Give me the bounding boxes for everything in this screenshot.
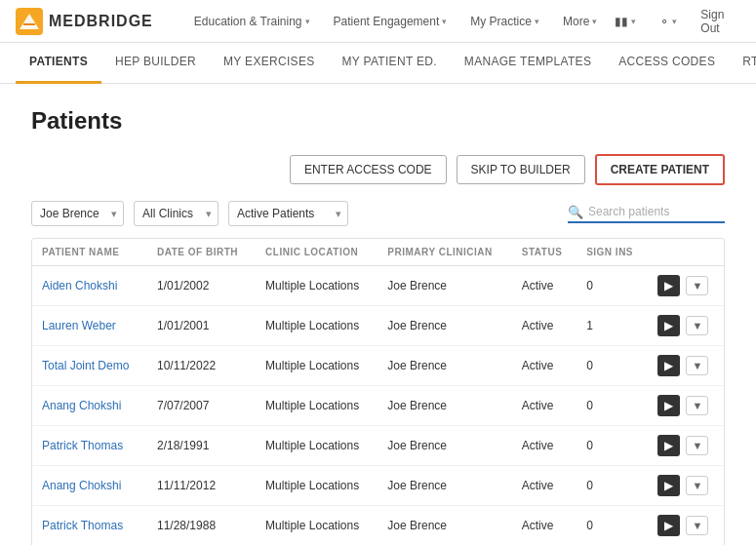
clinic-cell: Multiple Locations <box>256 386 378 426</box>
video-icon: ▮▮ <box>615 15 628 28</box>
dob-cell: 1/01/2001 <box>147 306 256 346</box>
chevron-down-icon: ▾ <box>305 17 310 26</box>
patient-name-link[interactable]: Anang Chokshi <box>42 479 121 492</box>
subnav-patients[interactable]: PATIENTS <box>16 43 101 84</box>
signins-cell: 0 <box>577 346 648 386</box>
col-clinic: CLINIC LOCATION <box>256 239 378 266</box>
clinician-filter[interactable]: Joe Brence <box>31 201 124 226</box>
clinician-cell: Joe Brence <box>378 386 511 426</box>
create-patient-button[interactable]: CREATE PATIENT <box>595 154 725 185</box>
video-call-button[interactable]: ▶ <box>657 315 680 336</box>
col-clinician: PRIMARY CLINICIAN <box>378 239 511 266</box>
skip-to-builder-button[interactable]: SKIP TO BUILDER <box>457 155 585 184</box>
patient-name-cell: Aiden Chokshi <box>32 266 147 306</box>
brand-name: MEDBRIDGE <box>49 13 153 30</box>
subnav-rtm-reporting[interactable]: RTM REPORTING <box>729 43 756 84</box>
svg-rect-2 <box>23 23 35 25</box>
search-input[interactable] <box>588 205 725 218</box>
patient-name-link[interactable]: Anang Chokshi <box>42 399 121 412</box>
signins-cell: 0 <box>577 386 648 426</box>
status-cell: Active <box>512 426 577 466</box>
actions-cell: ▶ ▼ <box>648 466 724 506</box>
actions-cell: ▶ ▼ <box>648 346 724 386</box>
enter-access-code-button[interactable]: ENTER ACCESS CODE <box>290 155 447 184</box>
status-filter[interactable]: Active Patients Inactive Patients <box>228 201 348 226</box>
nav-patient-engagement[interactable]: Patient Engagement ▾ <box>324 11 458 32</box>
subnav-access-codes[interactable]: ACCESS CODES <box>605 43 729 84</box>
chevron-down-icon: ▾ <box>672 17 677 26</box>
col-patient-name: PATIENT NAME <box>32 239 147 266</box>
patient-name-link[interactable]: Total Joint Demo <box>42 359 129 372</box>
video-call-button[interactable]: ▶ <box>657 475 680 496</box>
video-call-button[interactable]: ▶ <box>657 355 680 376</box>
logo[interactable]: MEDBRIDGE <box>16 8 153 35</box>
patients-table-container: PATIENT NAME DATE OF BIRTH CLINIC LOCATI… <box>31 238 725 545</box>
status-cell: Active <box>512 506 577 546</box>
clinic-filter[interactable]: All Clinics <box>134 201 219 226</box>
patient-name-cell: Patrick Thomas <box>32 426 147 466</box>
actions-cell: ▶ ▼ <box>648 426 724 466</box>
row-dropdown-button[interactable]: ▼ <box>686 436 708 455</box>
nav-education[interactable]: Education & Training ▾ <box>184 11 320 32</box>
status-cell: Active <box>512 306 577 346</box>
chevron-down-icon: ▾ <box>442 17 447 26</box>
clinic-filter-wrapper: All Clinics <box>134 201 219 226</box>
clinician-cell: Joe Brence <box>378 426 511 466</box>
signins-cell: 0 <box>577 426 648 466</box>
row-dropdown-button[interactable]: ▼ <box>686 396 708 415</box>
patient-name-cell: Anang Chokshi <box>32 466 147 506</box>
signins-cell: 1 <box>577 306 648 346</box>
table-row: Patrick Thomas 2/18/1991 Multiple Locati… <box>32 426 724 466</box>
patient-name-link[interactable]: Aiden Chokshi <box>42 279 117 292</box>
status-cell: Active <box>512 346 577 386</box>
actions-cell: ▶ ▼ <box>648 306 724 346</box>
sign-out-button[interactable]: Sign Out <box>693 4 740 39</box>
patient-name-cell: Patrick Thomas <box>32 506 147 546</box>
subnav-my-patient-ed[interactable]: MY PATIENT ED. <box>329 43 451 84</box>
status-filter-wrapper: Active Patients Inactive Patients <box>228 201 348 226</box>
clinician-filter-wrapper: Joe Brence <box>31 201 124 226</box>
clinic-cell: Multiple Locations <box>256 506 378 546</box>
patient-name-cell: Lauren Weber <box>32 306 147 346</box>
patient-name-link[interactable]: Lauren Weber <box>42 319 116 332</box>
dob-cell: 1/01/2002 <box>147 266 256 306</box>
status-cell: Active <box>512 466 577 506</box>
action-row: ENTER ACCESS CODE SKIP TO BUILDER CREATE… <box>31 154 725 185</box>
col-signins: SIGN INS <box>577 239 648 266</box>
nav-more[interactable]: More ▾ <box>553 11 607 32</box>
clinic-cell: Multiple Locations <box>256 266 378 306</box>
row-dropdown-button[interactable]: ▼ <box>686 516 708 535</box>
page-content: Patients ENTER ACCESS CODE SKIP TO BUILD… <box>0 84 756 545</box>
row-dropdown-button[interactable]: ▼ <box>686 316 708 335</box>
user-menu-button[interactable]: ⚬ ▾ <box>652 11 685 32</box>
subnav-hep-builder[interactable]: HEP BUILDER <box>101 43 210 84</box>
clinician-cell: Joe Brence <box>378 466 511 506</box>
row-dropdown-button[interactable]: ▼ <box>686 276 708 295</box>
video-call-button[interactable]: ▶ <box>657 515 680 536</box>
nav-my-practice[interactable]: My Practice ▾ <box>460 11 549 32</box>
col-dob: DATE OF BIRTH <box>147 239 256 266</box>
table-row: Anang Chokshi 7/07/2007 Multiple Locatio… <box>32 386 724 426</box>
video-call-button[interactable]: ▶ <box>657 435 680 456</box>
patients-table: PATIENT NAME DATE OF BIRTH CLINIC LOCATI… <box>32 239 724 545</box>
chevron-down-icon: ▾ <box>535 17 539 26</box>
patient-name-link[interactable]: Patrick Thomas <box>42 519 123 532</box>
user-icon: ⚬ <box>659 15 669 28</box>
clinician-cell: Joe Brence <box>378 506 511 546</box>
row-dropdown-button[interactable]: ▼ <box>686 476 708 495</box>
actions-cell: ▶ ▼ <box>648 506 724 546</box>
col-status: STATUS <box>512 239 577 266</box>
subnav-my-exercises[interactable]: MY EXERCISES <box>210 43 328 84</box>
clinician-cell: Joe Brence <box>378 306 511 346</box>
actions-cell: ▶ ▼ <box>648 266 724 306</box>
video-call-button[interactable]: ▶ <box>657 275 680 296</box>
video-menu-button[interactable]: ▮▮ ▾ <box>607 11 644 32</box>
row-dropdown-button[interactable]: ▼ <box>686 356 708 375</box>
dob-cell: 10/11/2022 <box>147 346 256 386</box>
subnav-manage-templates[interactable]: MANAGE TEMPLATES <box>451 43 605 84</box>
video-call-button[interactable]: ▶ <box>657 395 680 416</box>
patient-name-link[interactable]: Patrick Thomas <box>42 439 123 452</box>
table-row: Total Joint Demo 10/11/2022 Multiple Loc… <box>32 346 724 386</box>
dob-cell: 7/07/2007 <box>147 386 256 426</box>
page-title: Patients <box>31 107 725 135</box>
